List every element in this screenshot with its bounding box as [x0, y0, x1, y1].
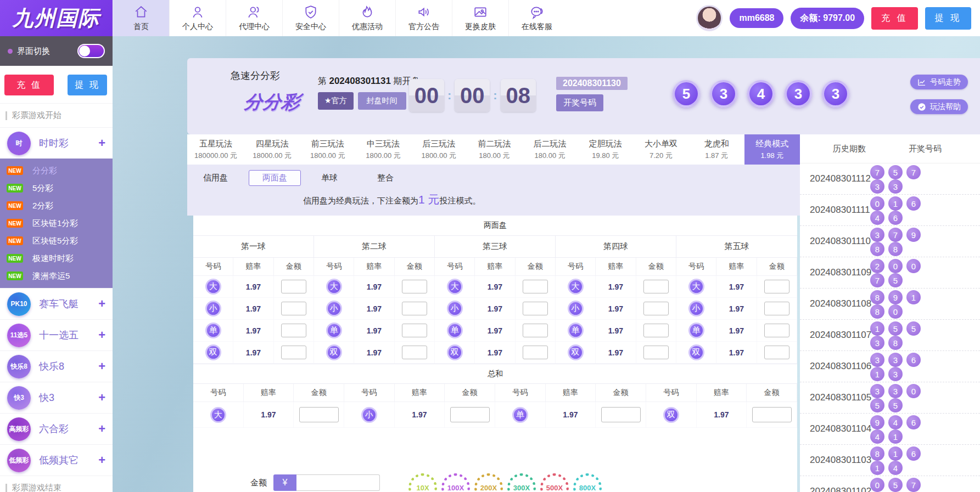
bet-amount-input[interactable] [523, 302, 548, 315]
play-tab[interactable]: 前三玩法1800.00 元 [300, 134, 355, 165]
sum-amount-input[interactable] [299, 407, 339, 422]
sum-option-ball[interactable]: 大 [210, 407, 226, 423]
bet-amount-input[interactable] [281, 280, 306, 293]
nav-item-agents[interactable]: 代理中心 [226, 0, 282, 36]
option-ball[interactable]: 大 [688, 279, 704, 295]
nav-item-flame[interactable]: 优惠活动 [339, 0, 395, 36]
plus-icon[interactable]: + [98, 328, 105, 342]
bet-amount-input[interactable] [523, 346, 548, 359]
withdraw-button[interactable]: 提 现 [925, 7, 971, 30]
play-tab[interactable]: 后三玩法1800.00 元 [411, 134, 467, 165]
interface-toggle[interactable] [77, 44, 105, 58]
bet-amount-input[interactable] [281, 324, 306, 337]
option-ball[interactable]: 双 [688, 344, 704, 360]
play-tab[interactable]: 中三玩法1800.00 元 [355, 134, 411, 165]
sidebar-game-item[interactable]: NEW澳洲幸运5 [0, 267, 113, 285]
nav-item-skin[interactable]: 更换皮肤 [452, 0, 508, 36]
sidebar-game-item[interactable]: NEW2分彩 [0, 197, 113, 214]
bet-amount-input[interactable] [643, 280, 669, 293]
option-ball[interactable]: 小 [326, 301, 342, 316]
nav-item-person[interactable]: 个人中心 [169, 0, 226, 36]
multiplier-chip[interactable]: 500X [540, 473, 569, 492]
play-tab[interactable]: 前二玩法180.00 元 [467, 134, 522, 165]
user-avatar[interactable] [696, 5, 723, 31]
play-tab[interactable]: 经典模式1.98 元 [744, 134, 800, 165]
bet-amount-input[interactable] [764, 302, 789, 315]
bet-amount-input[interactable] [281, 346, 306, 359]
sidebar-game-item[interactable]: NEW区块链1分彩 [0, 214, 113, 232]
nav-item-home[interactable]: 首页 [113, 0, 169, 36]
official-button[interactable]: ★官方 [318, 92, 354, 110]
bet-amount-input[interactable] [402, 280, 427, 293]
option-ball[interactable]: 双 [326, 344, 342, 360]
option-ball[interactable]: 大 [447, 279, 463, 295]
bet-amount-input[interactable] [764, 280, 789, 293]
option-ball[interactable]: 双 [568, 344, 584, 360]
sidebar-category[interactable]: PK10赛车飞艇+ [0, 288, 113, 319]
bet-amount-input[interactable] [402, 346, 427, 359]
sum-amount-input[interactable] [601, 407, 641, 422]
bet-amount-input[interactable] [523, 280, 548, 293]
option-ball[interactable]: 小 [688, 301, 704, 316]
plus-icon[interactable]: + [98, 422, 105, 436]
multiplier-chip[interactable]: 100X [441, 473, 470, 492]
option-ball[interactable]: 小 [568, 301, 584, 316]
bet-amount-input[interactable] [281, 302, 306, 315]
plus-icon[interactable]: + [98, 297, 105, 311]
sum-amount-input[interactable] [450, 407, 490, 422]
sum-option-ball[interactable]: 双 [663, 407, 679, 423]
trend-button[interactable]: 号码走势 [910, 75, 968, 89]
bet-amount-input[interactable] [643, 324, 669, 337]
seal-time-button[interactable]: 封盘时间 [358, 92, 406, 110]
play-tab[interactable]: 后二玩法180.00 元 [522, 134, 578, 165]
tab-two-sides[interactable]: 两面盘 [249, 170, 301, 186]
option-ball[interactable]: 大 [326, 279, 342, 295]
option-ball[interactable]: 单 [568, 323, 584, 338]
sum-amount-input[interactable] [752, 407, 792, 422]
sidebar-game-item[interactable]: NEW极速时时彩 [0, 250, 113, 267]
nav-item-service[interactable]: 在线客服 [508, 0, 565, 36]
sidebar-category[interactable]: 时时时彩+ [0, 127, 113, 159]
play-tab[interactable]: 龙虎和1.87 元 [689, 134, 744, 165]
play-tab[interactable]: 四星玩法18000.00 元 [244, 134, 300, 165]
plus-icon[interactable]: + [98, 453, 105, 467]
plus-icon[interactable]: + [98, 136, 105, 150]
option-ball[interactable]: 双 [447, 344, 463, 360]
bet-amount-input[interactable] [402, 324, 427, 337]
option-ball[interactable]: 小 [447, 301, 463, 316]
nav-item-megaphone[interactable]: 官方公告 [395, 0, 452, 36]
plus-icon[interactable]: + [98, 391, 105, 405]
amount-input[interactable] [296, 474, 380, 491]
option-ball[interactable]: 小 [205, 301, 221, 316]
option-ball[interactable]: 双 [205, 344, 221, 360]
sidebar-category[interactable]: 低频彩低频其它+ [0, 444, 113, 476]
bet-amount-input[interactable] [643, 302, 669, 315]
sum-option-ball[interactable]: 小 [361, 407, 377, 423]
sidebar-game-item[interactable]: NEW分分彩 [0, 162, 113, 179]
option-ball[interactable]: 单 [447, 323, 463, 338]
sidebar-category[interactable]: 快乐8快乐8+ [0, 350, 113, 382]
option-ball[interactable]: 大 [568, 279, 584, 295]
play-tab[interactable]: 定胆玩法19.80 元 [578, 134, 633, 165]
multiplier-chip[interactable]: 800X [573, 473, 602, 492]
sidebar-recharge-button[interactable]: 充 值 [4, 75, 54, 95]
bet-amount-input[interactable] [402, 302, 427, 315]
sidebar-game-item[interactable]: NEW区块链5分彩 [0, 232, 113, 250]
help-button[interactable]: 玩法帮助 [910, 99, 968, 114]
recharge-button[interactable]: 充 值 [871, 7, 917, 30]
bet-amount-input[interactable] [764, 324, 789, 337]
nav-item-shield[interactable]: 安全中心 [282, 0, 339, 36]
tab-combined[interactable]: 整合 [377, 173, 394, 183]
play-tab[interactable]: 大小单双7.20 元 [633, 134, 688, 165]
sidebar-category[interactable]: 快3快3+ [0, 382, 113, 413]
sidebar-game-item[interactable]: NEW5分彩 [0, 179, 113, 197]
multiplier-chip[interactable]: 200X [474, 473, 503, 492]
bet-amount-input[interactable] [643, 346, 669, 359]
sidebar-withdraw-button[interactable]: 提 现 [68, 75, 107, 95]
multiplier-chip[interactable]: 300X [507, 473, 536, 492]
option-ball[interactable]: 单 [205, 323, 221, 338]
username-pill[interactable]: mm6688 [730, 8, 783, 28]
bet-amount-input[interactable] [523, 324, 548, 337]
play-tab[interactable]: 五星玩法180000.00 元 [187, 134, 244, 165]
brand-logo[interactable]: 九州国际 [0, 0, 113, 36]
